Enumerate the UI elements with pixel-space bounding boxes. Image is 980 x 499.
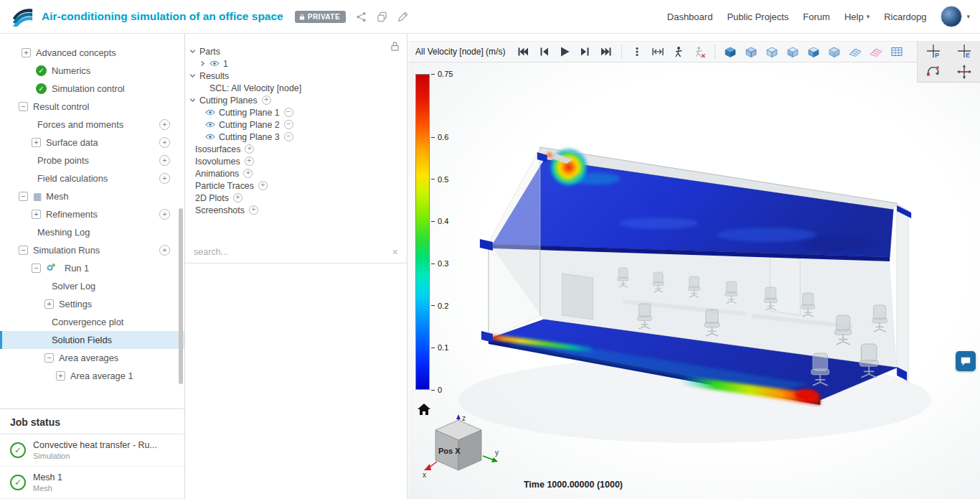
previous-frame-button[interactable] <box>536 44 552 60</box>
sim-tree-item-refinements[interactable]: +Refinements+ <box>0 205 184 223</box>
play-button[interactable] <box>557 44 573 60</box>
grid-cube-view-button[interactable] <box>785 44 801 60</box>
skip-to-end-button[interactable] <box>598 44 614 60</box>
expander-minus-icon[interactable]: − <box>19 192 28 201</box>
walk-mode-disabled-button[interactable] <box>692 44 707 60</box>
chevron-down-icon[interactable] <box>189 97 196 103</box>
visibility-eye-icon[interactable] <box>209 60 220 67</box>
sim-tree-item-forces-and-moments[interactable]: Forces and moments+ <box>0 116 184 134</box>
scene-tree-item-results[interactable]: Results <box>185 70 407 82</box>
remove-circle-icon[interactable]: − <box>284 120 293 129</box>
scene-tree-item-cutting-plane-2[interactable]: Cutting Plane 2− <box>185 118 407 131</box>
add-button[interactable]: + <box>159 173 170 184</box>
expander-minus-icon[interactable]: − <box>19 102 28 111</box>
red-grid-view-button[interactable] <box>868 44 884 60</box>
rotate-gizmo-button[interactable] <box>925 64 941 80</box>
table-grid-view-button[interactable] <box>889 44 905 60</box>
next-frame-button[interactable] <box>578 44 593 60</box>
add-circle-icon[interactable]: + <box>243 169 253 178</box>
chevron-right-icon[interactable] <box>199 60 206 67</box>
app-logo[interactable] <box>10 5 34 28</box>
expander-minus-icon[interactable]: − <box>32 264 41 273</box>
light-cube-view-button[interactable] <box>764 44 780 60</box>
sim-tree-item-field-calculations[interactable]: Field calculations+ <box>0 169 184 187</box>
add-circle-icon[interactable]: + <box>262 95 271 105</box>
visibility-eye-icon[interactable] <box>205 109 215 116</box>
job-item-convective-heat-transfer-ru[interactable]: ✓ Convective heat transfer - Ru... Simul… <box>0 434 184 467</box>
nav-public-projects[interactable]: Public Projects <box>727 11 788 22</box>
sim-tree-item-solver-log[interactable]: Solver Log <box>0 277 184 295</box>
expander-minus-icon[interactable]: − <box>44 353 54 363</box>
add-button[interactable]: + <box>159 209 170 220</box>
sim-tree-item-mesh[interactable]: −▦Mesh <box>0 187 184 205</box>
navigation-cube[interactable]: z Pos X y x <box>421 413 500 485</box>
shaded-cube-view-button[interactable] <box>806 44 821 60</box>
sim-tree-item-advanced-concepts[interactable]: +Advanced concepts <box>0 44 184 62</box>
pan-gizmo-button[interactable] <box>956 64 972 80</box>
render-canvas[interactable]: 0.750.60.50.40.30.20.10 z Pos X y x <box>408 62 980 499</box>
visibility-eye-icon[interactable] <box>205 134 215 140</box>
add-circle-icon[interactable]: + <box>249 205 258 215</box>
scene-tree-item-2d-plots[interactable]: 2D Plots+ <box>185 192 407 204</box>
expander-plus-icon[interactable]: + <box>32 138 41 147</box>
dense-grid-cube-view-button[interactable] <box>826 44 842 60</box>
expander-plus-icon[interactable]: + <box>32 210 41 219</box>
solid-view-button[interactable] <box>722 44 738 60</box>
chevron-down-icon[interactable] <box>189 48 196 55</box>
lock-icon[interactable] <box>390 41 400 55</box>
scene-tree-item-cutting-planes[interactable]: Cutting Planes+ <box>185 94 407 106</box>
remove-circle-icon[interactable]: − <box>284 132 293 141</box>
expander-plus-icon[interactable]: + <box>56 371 65 381</box>
nav-ricardopg[interactable]: Ricardopg <box>884 11 926 22</box>
fit-width-button[interactable] <box>650 44 666 60</box>
nav-dashboard[interactable]: Dashboard <box>667 11 713 22</box>
scene-tree-item-isovolumes[interactable]: Isovolumes+ <box>185 155 407 167</box>
visibility-eye-icon[interactable] <box>205 121 215 128</box>
scene-tree-item-screenshots[interactable]: Screenshots+ <box>185 204 407 216</box>
sim-tree-item-run-1[interactable]: −Run 1 <box>0 259 184 277</box>
sim-tree-item-numerics[interactable]: ✓Numerics <box>0 62 184 80</box>
sim-tree-item-area-average-1[interactable]: +Area average 1 <box>0 367 184 385</box>
expander-minus-icon[interactable]: − <box>19 246 28 255</box>
pick-point-e-button[interactable]: E <box>956 43 972 59</box>
add-button[interactable]: + <box>159 119 170 130</box>
share-button[interactable] <box>356 11 367 22</box>
sim-tree-item-result-control[interactable]: −Result control <box>0 98 184 116</box>
add-circle-icon[interactable]: + <box>233 193 242 202</box>
sim-tree-item-meshing-log[interactable]: Meshing Log <box>0 223 184 241</box>
chevron-down-icon[interactable] <box>189 73 196 79</box>
sim-tree-item-surface-data[interactable]: +Surface data+ <box>0 134 184 151</box>
sim-tree-item-probe-points[interactable]: Probe points+ <box>0 151 184 169</box>
job-item-mesh-1[interactable]: ✓ Mesh 1 Mesh <box>0 467 184 499</box>
sidebar-scrollbar[interactable] <box>179 208 183 384</box>
add-button[interactable]: + <box>159 245 170 256</box>
pick-point-p-button[interactable]: P <box>925 43 941 59</box>
scene-tree-item-cutting-plane-3[interactable]: Cutting Plane 3− <box>185 131 407 143</box>
add-button[interactable]: + <box>159 137 170 148</box>
remove-circle-icon[interactable]: − <box>284 108 293 117</box>
nav-help[interactable]: Help▾ <box>844 11 870 22</box>
add-circle-icon[interactable]: + <box>245 157 254 166</box>
translucent-view-button[interactable] <box>743 44 759 60</box>
clear-search-icon[interactable]: × <box>392 246 398 258</box>
sim-tree-item-convergence-plot[interactable]: Convergence plot <box>0 313 184 331</box>
sim-tree-item-simulation-runs[interactable]: −Simulation Runs+ <box>0 241 184 259</box>
copy-button[interactable] <box>377 11 387 22</box>
add-button[interactable]: + <box>159 155 170 166</box>
plane-grid-view-button[interactable] <box>847 44 863 60</box>
user-avatar[interactable] <box>941 6 962 27</box>
scene-tree-item-scl-all-velocity-node[interactable]: SCL: All Velocity [node] <box>185 82 407 94</box>
sim-tree-item-area-averages[interactable]: −Area averages <box>0 349 184 367</box>
search-input[interactable] <box>194 247 392 257</box>
sim-tree-item-solution-fields[interactable]: Solution Fields <box>0 331 184 349</box>
scene-tree-item-cutting-plane-1[interactable]: Cutting Plane 1− <box>185 106 407 118</box>
scene-tree-item-parts[interactable]: Parts <box>185 45 407 57</box>
walk-mode-button[interactable] <box>671 44 687 60</box>
more-options-button[interactable] <box>629 44 645 60</box>
expander-plus-icon[interactable]: + <box>22 48 31 57</box>
sim-tree-item-simulation-control[interactable]: ✓Simulation control <box>0 80 184 98</box>
scene-tree-item-animations[interactable]: Animations+ <box>185 167 407 179</box>
skip-to-start-button[interactable] <box>515 44 531 60</box>
edit-button[interactable] <box>397 11 408 22</box>
scene-tree-item-isosurfaces[interactable]: Isosurfaces+ <box>185 143 407 155</box>
